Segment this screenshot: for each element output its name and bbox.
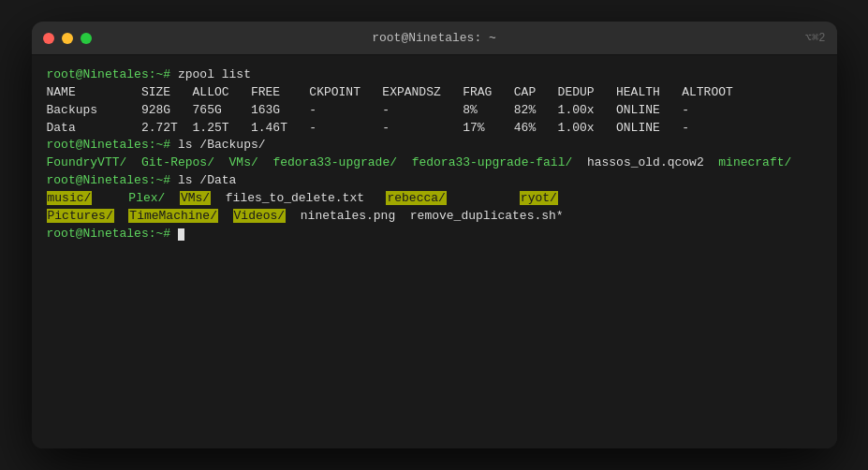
terminal-window: root@Ninetales: ~ ⌥⌘2 root@Ninetales:~# …	[32, 22, 837, 448]
dir-videos: Videos/	[233, 209, 287, 223]
dir-vms-data: VMs/	[180, 191, 211, 205]
prompt-1: root@Ninetales:~#	[47, 67, 178, 81]
final-prompt: root@Ninetales:~#	[47, 226, 822, 243]
dir-ryot: ryot/	[520, 191, 558, 205]
command-2: ls /Backups/	[178, 138, 266, 152]
file-ninetales: ninetales.png	[301, 209, 395, 223]
ls-data-line2: Pictures/ TimeMachine/ Videos/ ninetales…	[47, 208, 822, 226]
dir-foundryvtt: FoundryVTT/	[47, 155, 127, 169]
cmd-line-1: root@Ninetales:~# zpool list	[47, 66, 822, 84]
zpool-row-data: Data 2.72T 1.25T 1.46T - - 17% 46% 1.00x…	[47, 120, 822, 138]
ls-backups-output: FoundryVTT/ Git-Repos/ VMs/ fedora33-upg…	[47, 154, 822, 172]
dir-gitrepos: Git-Repos/	[141, 155, 214, 169]
traffic-lights	[43, 33, 92, 44]
shortcut-label: ⌥⌘2	[805, 31, 826, 45]
command-1: zpool list	[178, 67, 251, 81]
window-title: root@Ninetales: ~	[372, 31, 496, 45]
dir-minecraft: minecraft/	[718, 155, 791, 169]
prompt-3: root@Ninetales:~#	[47, 173, 178, 187]
close-button[interactable]	[43, 33, 54, 44]
terminal-body[interactable]: root@Ninetales:~# zpool list NAME SIZE A…	[32, 55, 837, 448]
cursor	[178, 228, 184, 241]
dir-timemachine: TimeMachine/	[128, 209, 218, 223]
dir-music: music/	[47, 191, 93, 205]
titlebar: root@Ninetales: ~ ⌥⌘2	[32, 22, 837, 55]
minimize-button[interactable]	[62, 33, 73, 44]
zpool-header: NAME SIZE ALLOC FREE CKPOINT EXPANDSZ FR…	[47, 84, 822, 102]
zpool-row-backups: Backups 928G 765G 163G - - 8% 82% 1.00x …	[47, 102, 822, 120]
file-hassos: hassos_old.qcow2	[587, 155, 704, 169]
ls-data-line1: music/ Plex/ VMs/ files_to_delete.txt re…	[47, 190, 822, 208]
prompt-final: root@Ninetales:~#	[47, 227, 178, 241]
dir-fedora33-fail: fedora33-upgrade-fail/	[412, 155, 573, 169]
file-to-delete: files_to_delete.txt	[226, 191, 364, 205]
dir-plex: Plex/	[128, 191, 165, 205]
maximize-button[interactable]	[81, 33, 92, 44]
prompt-2: root@Ninetales:~#	[47, 138, 178, 152]
command-3: ls /Data	[178, 173, 236, 187]
dir-rebecca: rebecca/	[386, 191, 446, 205]
dir-pictures: Pictures/	[47, 209, 114, 223]
file-remove-dup: remove_duplicates.sh*	[410, 209, 564, 223]
cmd-line-2: root@Ninetales:~# ls /Backups/	[47, 137, 822, 154]
dir-vms: VMs/	[229, 155, 258, 169]
cmd-line-3: root@Ninetales:~# ls /Data	[47, 172, 822, 190]
dir-fedora33: fedora33-upgrade/	[272, 155, 397, 169]
